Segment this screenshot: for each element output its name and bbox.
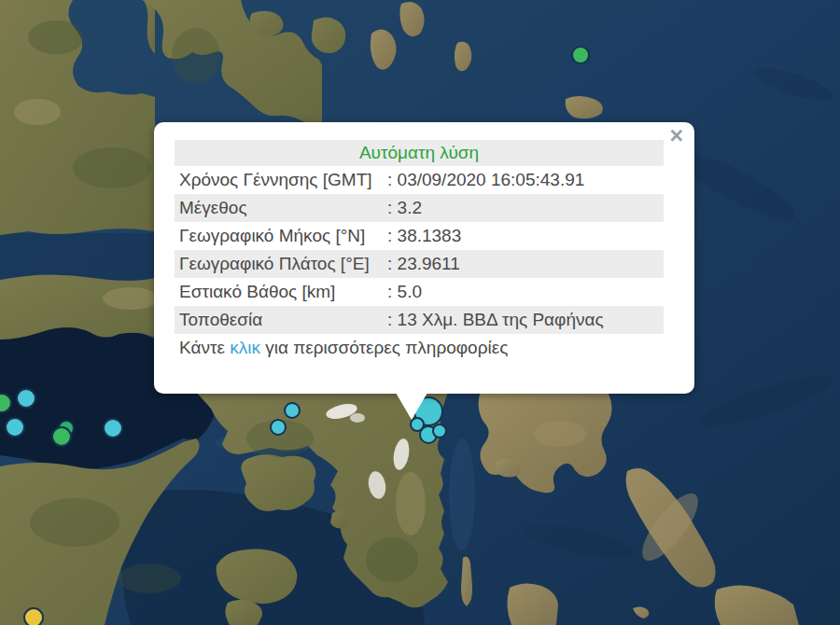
row-longitude: Γεωγραφικό Πλάτος [°E] : 23.9611 bbox=[175, 250, 664, 278]
earthquake-marker[interactable] bbox=[51, 426, 72, 447]
row-origin-time: Χρόνος Γέννησης [GMT] : 03/09/2020 16:05… bbox=[175, 166, 664, 194]
row-value: : 03/09/2020 16:05:43.91 bbox=[387, 166, 664, 194]
row-value: : 38.1383 bbox=[387, 222, 664, 250]
popup-tail bbox=[396, 393, 427, 420]
row-value: : 13 Χλμ. ΒΒΔ της Ραφήνας bbox=[387, 306, 664, 334]
earthquake-marker[interactable] bbox=[0, 393, 12, 413]
popup-title: Αυτόματη λύση bbox=[175, 140, 664, 166]
row-depth: Εστιακό Βάθος [km] : 5.0 bbox=[175, 278, 664, 306]
earthquake-details-table: Αυτόματη λύση Χρόνος Γέννησης [GMT] : 03… bbox=[175, 140, 664, 362]
earthquake-map-screen: × Αυτόματη λύση Χρόνος Γέννησης [GMT] : … bbox=[0, 0, 840, 625]
row-value: : 5.0 bbox=[387, 278, 664, 306]
earthquake-marker[interactable] bbox=[103, 418, 123, 438]
row-value: : 23.9611 bbox=[387, 250, 664, 278]
detail-rows: Χρόνος Γέννησης [GMT] : 03/09/2020 16:05… bbox=[175, 166, 664, 334]
row-location: Τοποθεσία : 13 Χλμ. ΒΒΔ της Ραφήνας bbox=[175, 306, 664, 334]
earthquake-marker[interactable] bbox=[16, 388, 36, 409]
row-label: Χρόνος Γέννησης [GMT] bbox=[175, 166, 387, 194]
row-label: Εστιακό Βάθος [km] bbox=[175, 278, 387, 306]
earthquake-marker[interactable] bbox=[5, 417, 25, 438]
more-info-line: Κάντε κλικ για περισσότερες πληροφορίες bbox=[175, 334, 664, 362]
row-label: Γεωγραφικό Μήκος [°N] bbox=[175, 222, 387, 250]
close-icon[interactable]: × bbox=[669, 122, 683, 148]
more-info-link[interactable]: κλικ bbox=[230, 338, 260, 357]
earthquake-marker[interactable] bbox=[571, 46, 590, 64]
row-label: Γεωγραφικό Πλάτος [°E] bbox=[175, 250, 387, 278]
footer-prefix: Κάντε bbox=[179, 338, 225, 357]
row-magnitude: Μέγεθος : 3.2 bbox=[175, 194, 664, 222]
earthquake-marker[interactable] bbox=[270, 419, 287, 436]
earthquake-marker[interactable] bbox=[284, 402, 301, 419]
row-latitude: Γεωγραφικό Μήκος [°N] : 38.1383 bbox=[175, 222, 664, 250]
earthquake-info-popup: × Αυτόματη λύση Χρόνος Γέννησης [GMT] : … bbox=[154, 122, 694, 394]
row-value: : 3.2 bbox=[387, 194, 664, 222]
row-label: Μέγεθος bbox=[175, 194, 387, 222]
earthquake-marker[interactable] bbox=[23, 607, 44, 625]
footer-suffix: για περισσότερες πληροφορίες bbox=[265, 338, 508, 357]
earthquake-marker[interactable] bbox=[432, 424, 447, 438]
row-label: Τοποθεσία bbox=[175, 306, 387, 334]
